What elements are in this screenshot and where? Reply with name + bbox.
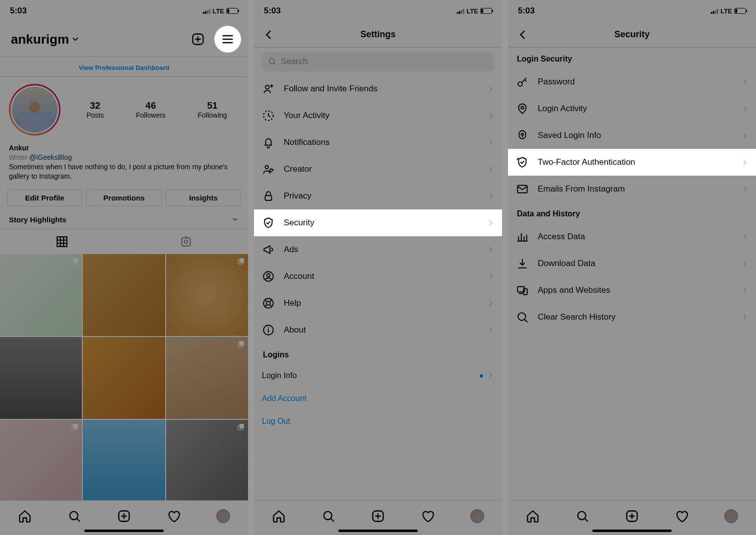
screen-settings: 5:03 LTE Settings Search Follow and Invi… — [254, 0, 502, 535]
row-privacy[interactable]: Privacy — [254, 183, 502, 209]
post-thumbnail[interactable] — [166, 420, 248, 502]
promotions-button[interactable]: Promotions — [86, 189, 162, 206]
notification-dot — [480, 374, 483, 378]
svg-rect-12 — [240, 424, 244, 428]
nav-activity[interactable] — [675, 509, 689, 523]
row-follow-invite[interactable]: Follow and Invite Friends — [254, 75, 502, 102]
stat-posts[interactable]: 32 Posts — [86, 100, 104, 119]
chevron-down-icon — [231, 215, 239, 223]
row-apps-websites[interactable]: Apps and Websites — [508, 277, 756, 304]
chevron-right-icon — [741, 233, 748, 240]
post-thumbnail[interactable] — [0, 254, 82, 336]
post-thumbnail[interactable] — [0, 337, 82, 419]
nav-create[interactable] — [371, 509, 385, 523]
back-button[interactable] — [259, 25, 279, 45]
plus-square-icon — [371, 509, 385, 523]
dashboard-link[interactable]: View Professional Dashboard — [0, 59, 248, 76]
chart-icon — [516, 230, 529, 243]
profile-avatar[interactable] — [9, 84, 61, 135]
tab-tagged[interactable] — [124, 229, 248, 254]
carousel-icon — [71, 423, 79, 431]
chevron-right-icon — [741, 78, 748, 85]
svg-point-19 — [265, 165, 269, 169]
row-login-activity[interactable]: Login Activity — [508, 95, 756, 122]
post-thumbnail[interactable] — [166, 254, 248, 336]
row-ads[interactable]: Ads — [254, 236, 502, 263]
nav-header: Security — [508, 22, 756, 48]
post-thumbnail[interactable] — [83, 337, 165, 419]
create-post-button[interactable] — [190, 32, 205, 47]
insights-button[interactable]: Insights — [166, 189, 241, 206]
row-about[interactable]: About — [254, 317, 502, 343]
nav-search[interactable] — [575, 509, 589, 523]
bio-handle[interactable]: @iGeeksBlog — [29, 153, 72, 161]
stat-followers[interactable]: 46 Followers — [136, 100, 166, 119]
row-two-factor[interactable]: Two-Factor Authentication — [508, 149, 756, 176]
row-login-info[interactable]: Login Info — [262, 364, 494, 387]
row-your-activity[interactable]: Your Activity — [254, 102, 502, 129]
svg-point-22 — [267, 274, 270, 277]
network-label: LTE — [212, 7, 224, 15]
row-notifications[interactable]: Notifications — [254, 129, 502, 156]
home-indicator — [84, 530, 164, 532]
hamburger-menu-button[interactable] — [214, 26, 241, 53]
bio-role: Writer — [9, 153, 27, 161]
nav-home[interactable] — [526, 509, 540, 523]
story-highlights-row[interactable]: Story Highlights — [0, 210, 248, 229]
row-clear-search[interactable]: Clear Search History — [508, 304, 756, 331]
nav-activity[interactable] — [167, 509, 181, 523]
row-creator[interactable]: Creator — [254, 156, 502, 183]
row-password[interactable]: Password — [508, 68, 756, 95]
row-account[interactable]: Account — [254, 263, 502, 290]
row-access-data[interactable]: Access Data — [508, 223, 756, 250]
post-thumbnail[interactable] — [83, 420, 165, 502]
add-account-link[interactable]: Add Account — [262, 387, 494, 410]
nav-activity[interactable] — [421, 509, 435, 523]
chevron-right-icon — [741, 186, 748, 193]
post-thumbnail[interactable] — [166, 337, 248, 419]
row-emails[interactable]: Emails From Instagram — [508, 176, 756, 202]
nav-profile[interactable] — [724, 509, 738, 523]
heart-icon — [167, 509, 181, 523]
nav-home[interactable] — [272, 509, 286, 523]
log-out-link[interactable]: Log Out — [262, 410, 494, 433]
svg-point-17 — [265, 85, 269, 89]
svg-rect-4 — [73, 258, 78, 263]
signal-icon — [711, 8, 718, 14]
nav-profile[interactable] — [216, 509, 230, 523]
post-thumbnail[interactable] — [83, 254, 165, 336]
nav-create[interactable] — [625, 509, 639, 523]
status-bar: 5:03 LTE — [508, 0, 756, 22]
svg-rect-6 — [240, 258, 244, 263]
row-security[interactable]: Security — [254, 209, 502, 236]
nav-create[interactable] — [117, 509, 131, 523]
row-saved-login[interactable]: Saved Login Info — [508, 122, 756, 149]
bio: Ankur Writer @iGeeksBlog Sometimes when … — [0, 139, 248, 185]
heart-icon — [421, 509, 435, 523]
tagged-icon — [180, 235, 192, 248]
username-dropdown[interactable]: ankurigm — [11, 32, 80, 47]
nav-search[interactable] — [67, 509, 81, 523]
post-thumbnail[interactable] — [0, 420, 82, 502]
svg-point-30 — [521, 134, 523, 135]
svg-rect-20 — [265, 196, 272, 201]
chevron-right-icon — [487, 273, 494, 280]
chevron-right-icon — [487, 85, 494, 92]
carousel-icon — [71, 257, 79, 265]
edit-profile-button[interactable]: Edit Profile — [7, 189, 82, 206]
tab-grid[interactable] — [0, 229, 124, 254]
back-button[interactable] — [513, 25, 533, 45]
row-download-data[interactable]: Download Data — [508, 250, 756, 277]
nav-profile[interactable] — [470, 509, 484, 523]
svg-rect-2 — [182, 238, 190, 246]
search-icon — [268, 57, 277, 66]
home-indicator — [338, 530, 418, 532]
row-help[interactable]: Help — [254, 290, 502, 317]
svg-rect-1 — [57, 237, 67, 247]
stat-following[interactable]: 51 Following — [198, 100, 227, 119]
nav-home[interactable] — [18, 509, 32, 523]
nav-search[interactable] — [321, 509, 335, 523]
content-tabs — [0, 229, 248, 254]
post-grid — [0, 254, 248, 502]
search-input[interactable]: Search — [262, 52, 494, 71]
